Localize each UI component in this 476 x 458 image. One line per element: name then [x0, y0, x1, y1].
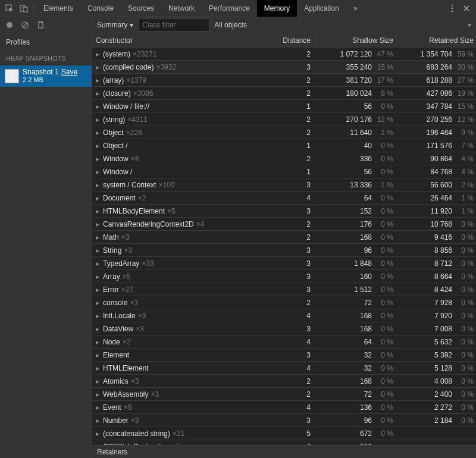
table-row[interactable]: CanvasRenderingContext2D×421760 %10 7680… [92, 218, 476, 231]
expand-triangle-icon[interactable] [96, 272, 102, 281]
col-constructor[interactable]: Constructor [92, 36, 273, 45]
table-row[interactable]: Object×228211 6401 %196 4649 % [92, 126, 476, 139]
table-row[interactable]: Number×33960 %2 1840 % [92, 414, 476, 427]
expand-triangle-icon[interactable] [96, 194, 102, 202]
expand-triangle-icon[interactable] [96, 312, 102, 320]
table-row[interactable]: Object /1400 %171 5767 % [92, 139, 476, 152]
table-row[interactable]: (compiled code)×39323355 24015 %683 2643… [92, 61, 476, 74]
expand-triangle-icon[interactable] [96, 155, 102, 163]
retained-size: 10 768 [430, 220, 452, 228]
shallow-size: 168 [360, 325, 372, 333]
expand-triangle-icon[interactable] [96, 115, 102, 124]
table-row[interactable]: Node×24640 %5 6320 % [92, 335, 476, 349]
col-retained[interactable]: Retained Size [396, 36, 476, 45]
table-row[interactable]: Window×823360 %90 8644 % [92, 152, 476, 165]
constructor-name: (concatenated string) [103, 429, 170, 438]
table-row[interactable]: Window / file://1560 %347 78415 % [92, 100, 476, 113]
table-row[interactable]: console×32720 %7 9280 % [92, 296, 476, 309]
tab-memory[interactable]: Memory [257, 0, 297, 17]
expand-triangle-icon[interactable] [96, 325, 102, 333]
retained-pct: 27 % [456, 76, 474, 84]
expand-triangle-icon[interactable] [96, 429, 102, 438]
retainers-panel-header[interactable]: Retainers [92, 445, 476, 458]
expand-triangle-icon[interactable] [96, 128, 102, 137]
retained-size: 11 920 [430, 207, 452, 215]
table-row[interactable]: (array)×13792381 72017 %618 28827 % [92, 74, 476, 87]
col-distance[interactable]: Distance [273, 36, 315, 45]
expand-triangle-icon[interactable] [96, 390, 102, 399]
table-row[interactable]: Error×2731 5120 %8 4240 % [92, 283, 476, 296]
expand-triangle-icon[interactable] [96, 338, 102, 346]
expand-triangle-icon[interactable] [96, 76, 102, 84]
expand-triangle-icon[interactable] [96, 220, 102, 228]
table-row[interactable]: TypedArray×3331 8480 %8 7120 % [92, 257, 476, 270]
objects-dropdown[interactable]: All objects [214, 21, 247, 29]
table-row[interactable]: HTMLElement4320 %5 1280 % [92, 362, 476, 375]
kebab-menu-icon[interactable] [445, 1, 459, 15]
table-row[interactable]: (string)×43112270 17612 %270 25612 % [92, 113, 476, 126]
expand-triangle-icon[interactable] [96, 259, 102, 268]
retained-pct: 4 % [456, 168, 474, 176]
close-icon[interactable] [459, 1, 474, 15]
expand-triangle-icon[interactable] [96, 377, 102, 385]
expand-triangle-icon[interactable] [96, 416, 102, 425]
table-row[interactable]: Window /1560 %84 7684 % [92, 165, 476, 178]
summary-dropdown[interactable]: Summary [97, 21, 133, 29]
snapshot-item[interactable]: Snapshot 1 Save 2.2 MB [0, 65, 92, 87]
expand-triangle-icon[interactable] [96, 299, 102, 307]
expand-triangle-icon[interactable] [96, 168, 102, 176]
inspect-icon[interactable] [2, 1, 17, 15]
table-row[interactable]: WebAssembly×32720 %2 4000 % [92, 388, 476, 401]
clear-icon[interactable] [18, 18, 32, 32]
class-filter-input[interactable] [138, 18, 209, 32]
expand-triangle-icon[interactable] [96, 246, 102, 255]
expand-triangle-icon[interactable] [96, 207, 102, 215]
expand-triangle-icon[interactable] [96, 102, 102, 111]
expand-triangle-icon[interactable] [96, 403, 102, 412]
expand-triangle-icon[interactable] [96, 351, 102, 359]
table-row[interactable]: (system)×2327121 072 12047 %1 354 70459 … [92, 48, 476, 61]
table-row[interactable]: system / Context×100313 3361 %56 6002 % [92, 178, 476, 192]
chevron-down-icon[interactable] [468, 21, 471, 29]
table-row[interactable]: DataView×331680 %7 0080 % [92, 322, 476, 335]
device-toggle-icon[interactable] [17, 1, 31, 15]
table-row[interactable]: Element3320 %5 3920 % [92, 349, 476, 362]
expand-triangle-icon[interactable] [96, 286, 102, 294]
tab-elements[interactable]: Elements [36, 0, 80, 17]
table-row[interactable]: (closure)×30862180 0248 %427 09619 % [92, 87, 476, 100]
expand-triangle-icon[interactable] [96, 50, 102, 58]
retained-pct: 1 % [456, 194, 474, 202]
instance-count: ×23271 [133, 50, 156, 58]
expand-triangle-icon[interactable] [96, 233, 102, 241]
retained-size: 347 784 [427, 102, 452, 111]
expand-triangle-icon[interactable] [96, 364, 102, 372]
tab-performance[interactable]: Performance [202, 0, 257, 17]
tab-console[interactable]: Console [80, 0, 121, 17]
expand-triangle-icon[interactable] [96, 181, 102, 189]
expand-triangle-icon[interactable] [96, 63, 102, 71]
table-row[interactable]: String×33960 %8 8560 % [92, 244, 476, 257]
table-row[interactable]: Atomics×321680 %4 0080 % [92, 375, 476, 388]
table-row[interactable]: Event×541360 %2 2720 % [92, 401, 476, 414]
table-row[interactable]: Intl.Locale×341680 %7 9200 % [92, 309, 476, 322]
table-row[interactable]: CSSStyleDeclaration×54216 [92, 440, 476, 445]
table-row[interactable]: Document×24640 %26 4641 % [92, 192, 476, 205]
tab-application[interactable]: Application [297, 0, 346, 17]
shallow-pct: 12 % [375, 115, 393, 124]
tab-network[interactable]: Network [161, 0, 202, 17]
tabs-overflow[interactable]: » [346, 0, 365, 17]
table-row[interactable]: Math×321680 %9 4160 % [92, 231, 476, 244]
table-row[interactable]: (concatenated string)×2156720 % [92, 427, 476, 440]
table-row[interactable]: HTMLBodyElement×531520 %11 9201 % [92, 205, 476, 218]
tab-sources[interactable]: Sources [121, 0, 161, 17]
delete-icon[interactable] [33, 18, 48, 32]
record-icon[interactable] [2, 18, 17, 32]
col-shallow[interactable]: Shallow Size [315, 36, 396, 45]
expand-triangle-icon[interactable] [96, 89, 102, 98]
expand-triangle-icon[interactable] [96, 142, 102, 150]
snapshot-save-link[interactable]: Save [61, 68, 77, 76]
retained-size: 7 920 [434, 312, 452, 320]
retained-size: 1 354 704 [421, 50, 452, 58]
distance-value: 4 [273, 364, 315, 372]
table-row[interactable]: Array×531600 %8 6640 % [92, 270, 476, 283]
